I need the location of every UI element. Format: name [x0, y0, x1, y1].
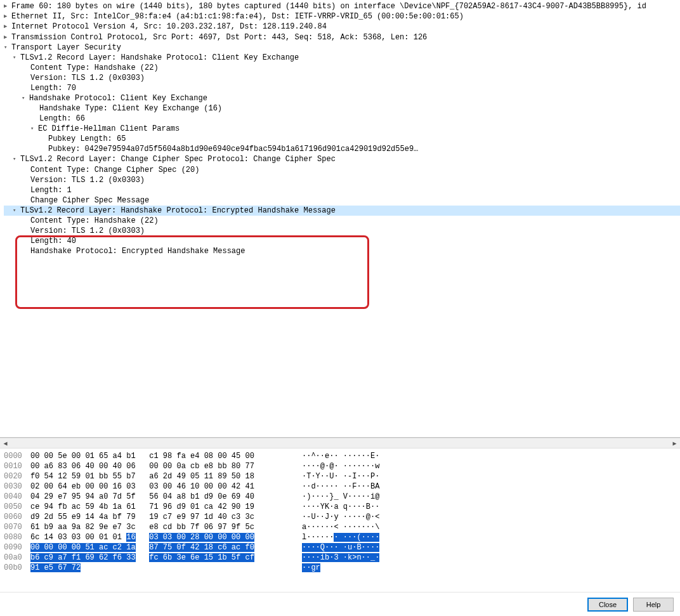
- hex-bytes: 6c 14 03 03 00 01 01 16 03 03 00 28 00 0…: [30, 532, 291, 542]
- hex-row[interactable]: 003002 00 64 eb 00 00 16 03 03 00 46 10 …: [4, 482, 676, 492]
- tree-leaf[interactable]: Length: 70: [4, 83, 680, 93]
- tree-leaf[interactable]: Change Cipher Spec Message: [4, 195, 680, 206]
- hex-ascii: ·)····}_ V·····i@: [291, 492, 379, 502]
- tree-frame[interactable]: ▶Frame 60: 180 bytes on wire (1440 bits)…: [4, 1, 680, 11]
- hex-ascii: ·-U··J·y ·····@·<: [291, 512, 379, 522]
- hex-offset: 0040: [4, 492, 30, 502]
- hex-row[interactable]: 00b091 e5 67 72 ··gr: [4, 563, 676, 573]
- tree-label: Length: 40: [30, 237, 76, 246]
- hex-offset: 00a0: [4, 553, 30, 563]
- tree-label: TLSv1.2 Record Layer: Handshake Protocol…: [20, 53, 299, 62]
- hex-bytes: 61 b9 aa 9a 82 9e e7 3c e8 cd bb 7f 06 9…: [30, 522, 291, 532]
- tree-ecdh[interactable]: ▾EC Diffie-Hellman Client Params: [4, 124, 680, 134]
- hex-offset: 0000: [4, 451, 30, 461]
- tree-label: Transmission Control Protocol, Src Port:…: [11, 33, 427, 42]
- tree-label: Change Cipher Spec Message: [30, 196, 149, 205]
- chevron-right-icon[interactable]: ▶: [4, 32, 11, 43]
- hex-offset: 0070: [4, 522, 30, 532]
- tree-label: Handshake Protocol: Encrypted Handshake …: [30, 247, 245, 256]
- chevron-down-icon[interactable]: ▾: [13, 53, 20, 63]
- hex-row[interactable]: 001000 a6 83 06 40 00 40 06 00 00 0a cb …: [4, 461, 676, 471]
- dialog-button-bar: Close Help: [0, 592, 680, 616]
- tree-leaf[interactable]: Content Type: Handshake (22): [4, 63, 680, 73]
- hex-bytes: 00 00 00 00 51 ac c2 1a 87 75 0f 42 18 c…: [30, 542, 291, 553]
- scroll-left-icon[interactable]: ◀: [0, 438, 11, 449]
- hex-row[interactable]: 0020f0 54 12 59 01 bb 55 b7 a6 2d 49 05 …: [4, 471, 676, 482]
- hex-ascii: ····ib·3 ·k>n··_·: [291, 553, 379, 563]
- tree-leaf[interactable]: Pubkey: 0429e79594a07d5f5604a8b1d90e6940…: [4, 144, 680, 154]
- tree-tls-record3-selected[interactable]: ▾TLSv1.2 Record Layer: Handshake Protoco…: [4, 206, 680, 216]
- hex-offset: 0010: [4, 461, 30, 471]
- hex-ascii: ··^··e·· ······E·: [291, 451, 379, 461]
- packet-bytes-pane[interactable]: 000000 00 5e 00 01 65 a4 b1 c1 98 fa e4 …: [0, 449, 680, 592]
- help-button[interactable]: Help: [633, 598, 674, 612]
- hex-row[interactable]: 004004 29 e7 95 94 a0 7d 5f 56 04 a8 b1 …: [4, 492, 676, 502]
- chevron-right-icon[interactable]: ▶: [4, 11, 11, 22]
- hex-offset: 0020: [4, 471, 30, 482]
- tree-leaf[interactable]: Version: TLS 1.2 (0x0303): [4, 175, 680, 185]
- hex-bytes: 02 00 64 eb 00 00 16 03 03 00 46 10 00 0…: [30, 482, 291, 492]
- tree-label: Handshake Protocol: Client Key Exchange: [29, 94, 207, 103]
- tree-handshake1[interactable]: ▾Handshake Protocol: Client Key Exchange: [4, 93, 680, 103]
- hex-offset: 0030: [4, 482, 30, 492]
- hex-bytes: 04 29 e7 95 94 a0 7d 5f 56 04 a8 b1 d9 0…: [30, 492, 291, 502]
- tree-tcp[interactable]: ▶Transmission Control Protocol, Src Port…: [4, 32, 680, 43]
- close-button[interactable]: Close: [587, 598, 628, 612]
- tree-label: TLSv1.2 Record Layer: Change Cipher Spec…: [20, 155, 336, 164]
- chevron-down-icon[interactable]: ▾: [13, 206, 20, 216]
- tree-tls-record2[interactable]: ▾TLSv1.2 Record Layer: Change Cipher Spe…: [4, 154, 680, 164]
- hex-ascii: l······· ···(····: [291, 532, 379, 542]
- chevron-down-icon[interactable]: ▾: [30, 124, 38, 134]
- hex-ascii: a······< ·······\: [291, 522, 379, 532]
- scroll-right-icon[interactable]: ▶: [669, 438, 680, 449]
- hex-row[interactable]: 007061 b9 aa 9a 82 9e e7 3c e8 cd bb 7f …: [4, 522, 676, 532]
- tree-label: Pubkey Length: 65: [48, 134, 126, 143]
- chevron-down-icon[interactable]: ▾: [13, 154, 20, 164]
- chevron-right-icon[interactable]: ▶: [4, 1, 11, 11]
- tree-leaf[interactable]: Content Type: Handshake (22): [4, 216, 680, 226]
- tree-ip[interactable]: ▶Internet Protocol Version 4, Src: 10.20…: [4, 22, 680, 32]
- hex-offset: 0050: [4, 502, 30, 512]
- tree-label: Transport Layer Security: [11, 43, 121, 52]
- packet-details-pane[interactable]: ▶Frame 60: 180 bytes on wire (1440 bits)…: [0, 0, 680, 438]
- hex-bytes: b6 c9 a7 f1 69 62 f6 33 fc 6b 3e 6e 15 1…: [30, 553, 291, 563]
- button-label: Close: [599, 601, 617, 608]
- hex-row[interactable]: 00806c 14 03 03 00 01 01 16 03 03 00 28 …: [4, 532, 676, 542]
- tree-leaf[interactable]: Length: 40: [4, 236, 680, 246]
- tree-leaf[interactable]: Handshake Protocol: Encrypted Handshake …: [4, 246, 680, 256]
- tree-leaf[interactable]: Version: TLS 1.2 (0x0303): [4, 226, 680, 236]
- chevron-down-icon[interactable]: ▾: [22, 93, 29, 103]
- tree-label: Content Type: Change Cipher Spec (20): [30, 166, 199, 174]
- hex-ascii: ····@·@· ·······w: [291, 461, 379, 471]
- tree-leaf[interactable]: Handshake Type: Client Key Exchange (16): [4, 103, 680, 114]
- tree-label: Ethernet II, Src: IntelCor_98:fa:e4 (a4:…: [11, 12, 464, 21]
- hex-row[interactable]: 0050ce 94 fb ac 59 4b 1a 61 71 96 d9 01 …: [4, 502, 676, 512]
- hex-row[interactable]: 0060d9 2d 55 e9 14 4a bf 79 19 c7 e9 97 …: [4, 512, 676, 522]
- tree-leaf[interactable]: Length: 1: [4, 185, 680, 195]
- tree-leaf[interactable]: Version: TLS 1.2 (0x0303): [4, 73, 680, 83]
- hex-offset: 0090: [4, 542, 30, 553]
- horizontal-scrollbar[interactable]: ◀ ▶: [0, 438, 680, 449]
- tree-leaf[interactable]: Pubkey Length: 65: [4, 134, 680, 144]
- tree-leaf[interactable]: Content Type: Change Cipher Spec (20): [4, 165, 680, 175]
- tree-leaf[interactable]: Length: 66: [4, 114, 680, 124]
- chevron-down-icon[interactable]: ▾: [4, 43, 11, 53]
- tree-ethernet[interactable]: ▶Ethernet II, Src: IntelCor_98:fa:e4 (a4…: [4, 11, 680, 22]
- hex-bytes: f0 54 12 59 01 bb 55 b7 a6 2d 49 05 11 8…: [30, 471, 291, 482]
- hex-bytes: 00 a6 83 06 40 00 40 06 00 00 0a cb e8 b…: [30, 461, 291, 471]
- tree-tls[interactable]: ▾Transport Layer Security: [4, 43, 680, 53]
- tree-label: Length: 1: [30, 186, 72, 195]
- chevron-right-icon[interactable]: ▶: [4, 22, 11, 32]
- hex-row[interactable]: 000000 00 5e 00 01 65 a4 b1 c1 98 fa e4 …: [4, 451, 676, 461]
- hex-bytes: 00 00 5e 00 01 65 a4 b1 c1 98 fa e4 08 0…: [30, 451, 291, 461]
- tree-label: Version: TLS 1.2 (0x0303): [30, 176, 145, 185]
- tree-label: Pubkey: 0429e79594a07d5f5604a8b1d90e6940…: [48, 145, 418, 154]
- hex-row[interactable]: 00a0b6 c9 a7 f1 69 62 f6 33 fc 6b 3e 6e …: [4, 553, 676, 563]
- hex-ascii: ····Q··· ·u·B····: [291, 542, 379, 553]
- button-label: Help: [646, 601, 661, 608]
- hex-row[interactable]: 009000 00 00 00 51 ac c2 1a 87 75 0f 42 …: [4, 542, 676, 553]
- hex-offset: 0080: [4, 532, 30, 542]
- hex-bytes: 91 e5 67 72: [30, 563, 291, 573]
- scroll-track[interactable]: [11, 438, 669, 448]
- tree-tls-record1[interactable]: ▾TLSv1.2 Record Layer: Handshake Protoco…: [4, 53, 680, 63]
